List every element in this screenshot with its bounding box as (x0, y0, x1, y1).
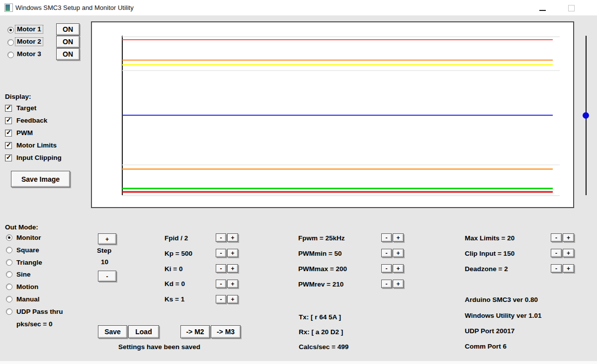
pwmrev-minus-button[interactable]: - (381, 280, 392, 288)
pwmrev-plus-button[interactable]: + (393, 280, 404, 288)
clip-lower-red-line (122, 191, 553, 193)
checkbox-motor-limits[interactable]: ✓ (5, 142, 12, 149)
step-value: 10 (101, 258, 108, 266)
kp-label: Kp = 500 (165, 250, 192, 258)
checkbox-feedback-label[interactable]: Feedback (16, 117, 47, 125)
ki-plus-button[interactable]: + (227, 264, 238, 273)
fpwm-minus-button[interactable]: - (381, 233, 392, 242)
check-icon: ✓ (6, 117, 11, 124)
kd-minus-button[interactable]: - (216, 280, 226, 288)
calcs-per-sec-status: Calcs/sec = 499 (299, 343, 348, 351)
clip-input-minus-button[interactable]: - (551, 249, 562, 257)
checkbox-feedback[interactable]: ✓ (5, 117, 12, 124)
out-mode-triangle-label[interactable]: Triangle (16, 259, 42, 267)
motor-1-on-button[interactable]: ON (56, 23, 80, 35)
checkbox-motor-limits-label[interactable]: Motor Limits (16, 142, 57, 149)
arduino-version-info: Arduino SMC3 ver 0.80 (465, 296, 538, 303)
kd-label: Kd = 0 (165, 280, 185, 288)
fpwm-plus-button[interactable]: + (393, 233, 404, 242)
pwm-upper-yellow-line (122, 64, 553, 66)
out-mode-manual-label[interactable]: Manual (16, 295, 40, 303)
ki-minus-button[interactable]: - (216, 264, 226, 273)
out-mode-square-label[interactable]: Square (16, 246, 39, 254)
limit-lower-orange-line (122, 168, 553, 170)
pwmmin-minus-button[interactable]: - (381, 249, 392, 257)
out-mode-udp-radio[interactable] (6, 308, 12, 315)
checkbox-input-clipping-label[interactable]: Input Clipping (16, 154, 62, 162)
out-mode-heading: Out Mode: (5, 223, 38, 231)
target-blue-line (122, 115, 553, 116)
copy-to-m3-button[interactable]: -> M3 (211, 325, 241, 338)
ki-label: Ki = 0 (165, 265, 182, 273)
out-mode-monitor-label[interactable]: Monitor (16, 234, 41, 242)
pwmmin-plus-button[interactable]: + (393, 249, 404, 257)
checkbox-pwm-label[interactable]: PWM (16, 129, 33, 137)
deadzone-plus-button[interactable]: + (563, 264, 574, 273)
step-plus-button[interactable]: + (98, 233, 116, 244)
fpid-label: Fpid / 2 (165, 234, 188, 242)
minimize-icon[interactable] (539, 10, 546, 11)
check-icon: ✓ (6, 142, 11, 148)
ks-minus-button[interactable]: - (216, 295, 226, 303)
pwmrev-label: PWMrev = 210 (298, 281, 343, 289)
max-limits-plus-button[interactable]: + (563, 233, 574, 242)
out-mode-triangle-radio[interactable] (6, 259, 12, 266)
checkbox-input-clipping[interactable]: ✓ (5, 154, 12, 161)
display-heading: Display: (5, 93, 31, 101)
pks-per-sec-label: pks/sec = 0 (16, 320, 52, 328)
motor-2-label[interactable]: Motor 2 (15, 38, 43, 46)
ks-plus-button[interactable]: + (227, 295, 238, 303)
lower-bound-gray-line (122, 195, 560, 196)
save-button[interactable]: Save (98, 325, 127, 338)
save-image-button[interactable]: Save Image (11, 171, 70, 187)
maximize-icon[interactable] (568, 5, 575, 11)
window-title: Windows SMC3 Setup and Monitor Utility (15, 4, 134, 11)
fpwm-label: Fpwm = 25kHz (298, 234, 344, 242)
kp-minus-button[interactable]: - (216, 249, 226, 257)
checkbox-target[interactable]: ✓ (5, 105, 12, 112)
out-mode-motion-radio[interactable] (6, 284, 12, 290)
clip-input-plus-button[interactable]: + (563, 249, 574, 257)
limit-upper-orange-line (122, 60, 553, 61)
rx-status: Rx: [ a 20 D2 ] (299, 328, 343, 336)
motor-2-radio[interactable] (7, 39, 14, 46)
chart-plot (91, 21, 574, 208)
kd-plus-button[interactable]: + (227, 280, 238, 288)
motor-3-label[interactable]: Motor 3 (15, 50, 43, 58)
fpid-minus-button[interactable]: - (216, 233, 226, 242)
step-minus-button[interactable]: - (98, 271, 116, 282)
motor-1-label[interactable]: Motor 1 (15, 25, 43, 33)
check-icon: ✓ (6, 154, 11, 161)
motor-2-on-button[interactable]: ON (56, 36, 80, 48)
max-limits-minus-button[interactable]: - (551, 233, 562, 242)
tx-status: Tx: [ r 64 5A ] (299, 313, 341, 321)
position-slider-thumb[interactable] (583, 112, 589, 119)
motor-1-radio[interactable] (7, 27, 14, 33)
pwmmax-label: PWMmax = 200 (298, 265, 347, 273)
out-mode-manual-radio[interactable] (6, 296, 12, 302)
app-icon (4, 3, 13, 12)
out-mode-sine-label[interactable]: Sine (16, 271, 31, 279)
ks-label: Ks = 1 (165, 295, 184, 303)
out-mode-square-radio[interactable] (6, 247, 12, 253)
checkbox-target-label[interactable]: Target (16, 104, 36, 112)
out-mode-sine-radio[interactable] (6, 271, 12, 278)
fpid-plus-button[interactable]: + (227, 233, 238, 242)
out-mode-motion-label[interactable]: Motion (16, 283, 38, 291)
settings-saved-status: Settings have been saved (118, 343, 200, 351)
deadzone-minus-button[interactable]: - (551, 264, 562, 273)
copy-to-m2-button[interactable]: -> M2 (180, 325, 210, 338)
pwmmax-minus-button[interactable]: - (381, 264, 392, 273)
grid-lower-gray-line (122, 164, 560, 165)
deadzone-label: Deadzone = 2 (465, 265, 508, 273)
checkbox-pwm[interactable]: ✓ (5, 130, 12, 137)
load-button[interactable]: Load (128, 325, 159, 338)
step-label: Step (97, 247, 111, 255)
pwmmax-plus-button[interactable]: + (393, 264, 404, 273)
motor-3-radio[interactable] (7, 52, 14, 58)
out-mode-udp-label[interactable]: UDP Pass thru (16, 308, 63, 316)
kp-plus-button[interactable]: + (227, 249, 238, 257)
out-mode-monitor-radio[interactable] (6, 234, 12, 241)
check-icon: ✓ (6, 104, 11, 111)
motor-3-on-button[interactable]: ON (56, 48, 80, 60)
